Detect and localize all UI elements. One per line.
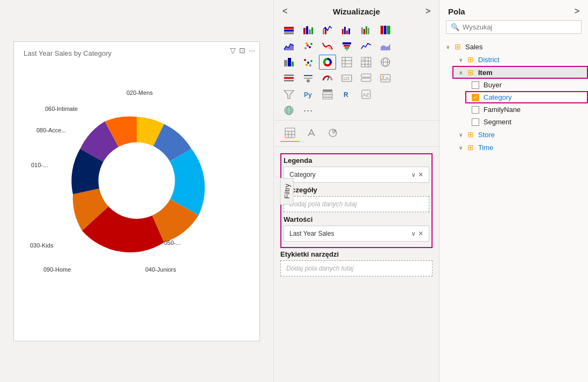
familyname-checkbox[interactable] (472, 106, 479, 114)
svg-rect-13 (361, 27, 363, 34)
tree-item-category[interactable]: ✓ Category (465, 91, 588, 103)
svg-rect-0 (284, 27, 294, 29)
icon-row-4: 123 (280, 71, 433, 86)
viz-tab-fields[interactable] (280, 125, 300, 142)
viz-icon-gauge[interactable] (319, 71, 336, 86)
viz-nav-right[interactable]: > (426, 6, 430, 16)
search-input[interactable] (463, 23, 577, 31)
viz-icon-globe[interactable] (377, 55, 394, 70)
viz-panel-header: < Wizualizacje > (274, 0, 439, 20)
viz-icon-table2[interactable] (319, 87, 336, 102)
viz-icon-filter-visual[interactable] (280, 87, 297, 102)
item-chevron: ∧ (459, 70, 465, 76)
tree-item-segment[interactable]: Segment (465, 116, 588, 128)
etykietki-label: Etykietki narzędzi (280, 250, 433, 258)
svg-point-63 (382, 76, 384, 78)
pola-nav-right[interactable]: > (575, 6, 579, 16)
legenda-tag-actions: ∨ ✕ (411, 171, 423, 178)
viz-icon-card[interactable]: 123 (338, 71, 355, 86)
viz-icon-ribbon[interactable] (319, 39, 336, 54)
svg-point-22 (309, 46, 311, 48)
viz-icon-dot[interactable] (300, 55, 317, 70)
label-060: 060-Intimate (45, 106, 78, 112)
tree-item-time[interactable]: ∨ ⊞ Time (452, 141, 588, 154)
icon-row-1 (280, 23, 433, 38)
filter-icon[interactable]: ▽ (230, 46, 236, 55)
viz-icon-donut[interactable] (319, 55, 336, 70)
viz-icon-image[interactable] (377, 71, 394, 86)
viz-icon-funnel[interactable] (338, 39, 355, 54)
viz-icon-stacked-bar[interactable] (280, 23, 297, 38)
svg-rect-5 (309, 29, 311, 34)
wartosci-dropzone[interactable]: Last Year Sales ∨ ✕ (284, 226, 429, 242)
chart-container: ▽ ⊡ ··· Last Year Sales by Category 020-… (13, 41, 260, 341)
more-icon[interactable]: ··· (249, 46, 255, 55)
category-checkbox[interactable]: ✓ (472, 94, 479, 101)
district-icon: ⊞ (467, 55, 474, 64)
szczegoly-group: Szczegóły Dodaj pola danych tutaj (284, 186, 429, 212)
expand-icon[interactable]: ⊡ (239, 46, 245, 55)
fields-section: Legenda Category ∨ ✕ Szczegóły Dodaj pol… (274, 147, 439, 382)
viz-icon-more[interactable]: ··· (300, 103, 317, 118)
svg-rect-30 (288, 58, 291, 66)
viz-icon-area2[interactable] (377, 39, 394, 54)
tree-item-item[interactable]: ∧ ⊞ Item (452, 66, 588, 79)
tree-item-sales[interactable]: ∨ ⊞ Sales (440, 40, 588, 53)
sales-label: Sales (465, 43, 483, 51)
svg-point-23 (310, 43, 312, 45)
search-icon: 🔍 (451, 23, 459, 31)
viz-icon-bar[interactable] (300, 23, 317, 38)
svg-point-20 (304, 47, 307, 49)
svg-rect-25 (343, 42, 351, 44)
wartosci-expand-icon[interactable]: ∨ (411, 230, 416, 237)
viz-icon-area[interactable] (280, 39, 297, 54)
viz-icon-slicer[interactable] (280, 71, 297, 86)
viz-icon-globe2[interactable] (280, 103, 297, 118)
legenda-field-value: Category (289, 171, 316, 178)
viz-icon-line-bar[interactable] (319, 23, 336, 38)
segment-checkbox[interactable] (472, 118, 479, 126)
svg-rect-7 (323, 30, 324, 34)
svg-rect-69 (323, 98, 332, 99)
wartosci-remove-icon[interactable]: ✕ (418, 230, 423, 237)
buyer-checkbox[interactable] (472, 81, 479, 89)
svg-rect-17 (381, 26, 383, 34)
viz-icon-ai[interactable]: AZ (358, 87, 375, 102)
viz-tab-analytics[interactable] (323, 125, 343, 142)
item-icon: ⊞ (467, 68, 474, 77)
svg-line-57 (328, 77, 329, 80)
szczegoly-dropzone[interactable]: Dodaj pola danych tutaj (284, 196, 429, 212)
tree-item-store[interactable]: ∨ ⊞ Store (452, 128, 588, 141)
svg-rect-29 (284, 60, 287, 66)
etykietki-dropzone[interactable]: Dodaj pola danych tutaj (280, 260, 433, 276)
viz-icon-hierarchy[interactable] (300, 71, 317, 86)
search-box[interactable]: 🔍 (446, 20, 582, 34)
tree-item-familyname[interactable]: FamilyNane (465, 103, 588, 116)
tree-item-district[interactable]: ∨ ⊞ District (452, 53, 588, 66)
legenda-remove-icon[interactable]: ✕ (418, 171, 423, 178)
viz-icon-matrix[interactable] (358, 55, 375, 70)
viz-icon-waterfall[interactable] (358, 23, 375, 38)
viz-icon-python[interactable]: Py (300, 87, 317, 102)
viz-icon-grouped-bar[interactable] (338, 23, 355, 38)
viz-icon-table[interactable] (338, 55, 355, 70)
viz-icon-scatter[interactable] (300, 39, 317, 54)
viz-icon-100-bar[interactable] (377, 23, 394, 38)
viz-nav-left[interactable]: < (282, 6, 287, 16)
wartosci-tag-actions: ∨ ✕ (411, 230, 423, 237)
legenda-expand-icon[interactable]: ∨ (411, 171, 416, 178)
viz-icon-r-script[interactable]: R (338, 87, 355, 102)
svg-rect-14 (363, 29, 365, 34)
svg-text:AZ: AZ (363, 92, 369, 98)
legenda-dropzone[interactable]: Category ∨ ✕ (284, 167, 429, 183)
viz-icon-kpi[interactable] (280, 55, 297, 70)
tree-item-buyer[interactable]: Buyer (465, 79, 588, 91)
viz-icon-multirow-card[interactable] (358, 71, 375, 86)
sales-chevron: ∨ (446, 44, 452, 50)
legenda-group: Legenda Category ∨ ✕ (284, 156, 429, 183)
filtry-tab[interactable]: Filtry (280, 177, 294, 204)
viz-icon-line[interactable] (358, 39, 375, 54)
svg-point-36 (309, 64, 311, 66)
viz-tab-format[interactable] (302, 125, 321, 142)
svg-point-35 (306, 64, 308, 66)
